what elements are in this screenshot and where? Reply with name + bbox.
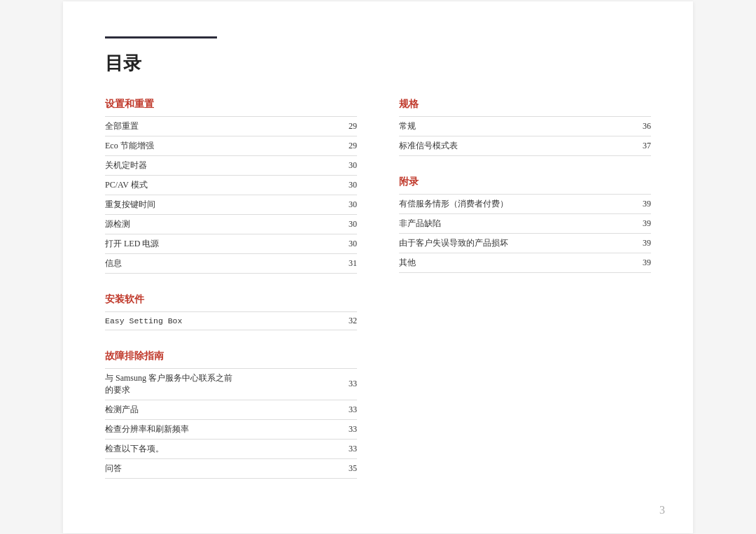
section-appendix-title: 附录 (399, 176, 651, 188)
toc-page-number: 30 (336, 234, 357, 253)
section-software-title: 安装软件 (105, 293, 357, 306)
toc-label: Eco 节能增强 (105, 136, 336, 155)
toc-page-number: 30 (336, 195, 357, 214)
table-row: 非产品缺陷39 (399, 213, 651, 233)
toc-page-number: 33 (336, 419, 357, 439)
toc-label: 由于客户失误导致的产品损坏 (399, 233, 630, 253)
toc-label: 源检测 (105, 214, 336, 234)
toc-label: 非产品缺陷 (399, 213, 630, 233)
toc-page-number: 33 (336, 368, 357, 400)
toc-page-number: 35 (336, 458, 357, 478)
section-software-table: Easy Setting Box32 (105, 311, 357, 330)
toc-page-number: 30 (336, 175, 357, 195)
toc-label: 问答 (105, 458, 336, 478)
toc-label: 全部重置 (105, 116, 336, 136)
section-settings-title: 设置和重置 (105, 98, 357, 111)
toc-page-number: 33 (336, 400, 357, 419)
section-specs: 规格常规36标准信号模式表37 (399, 98, 651, 156)
section-specs-title: 规格 (399, 98, 651, 111)
toc-label: 打开 LED 电源 (105, 234, 336, 253)
toc-page-number: 32 (336, 311, 357, 330)
toc-page-number: 39 (630, 253, 651, 272)
section-troubleshoot-title: 故障排除指南 (105, 350, 357, 363)
toc-label: 与 Samsung 客户服务中心联系之前的要求 (105, 368, 336, 400)
table-row: 源检测30 (105, 214, 357, 234)
toc-label: 重复按键时间 (105, 195, 336, 214)
table-row: 全部重置29 (105, 116, 357, 136)
left-column: 设置和重置全部重置29Eco 节能增强29关机定时器30PC/AV 模式30重复… (105, 98, 357, 498)
section-software: 安装软件Easy Setting Box32 (105, 293, 357, 330)
toc-page-number: 31 (336, 253, 357, 273)
right-column: 规格常规36标准信号模式表37附录有偿服务情形（消费者付费）39非产品缺陷39由… (399, 98, 651, 498)
toc-label: 关机定时器 (105, 155, 336, 175)
page-title: 目录 (105, 51, 651, 76)
table-row: 其他39 (399, 253, 651, 272)
table-row: 打开 LED 电源30 (105, 234, 357, 253)
toc-page-number: 30 (336, 155, 357, 175)
table-row: 与 Samsung 客户服务中心联系之前的要求33 (105, 368, 357, 400)
toc-label: PC/AV 模式 (105, 175, 336, 195)
table-row: 由于客户失误导致的产品损坏39 (399, 233, 651, 253)
toc-label: 信息 (105, 253, 336, 273)
toc-label: 检查以下各项。 (105, 439, 336, 458)
section-troubleshoot: 故障排除指南与 Samsung 客户服务中心联系之前的要求33检测产品33检查分… (105, 350, 357, 479)
toc-page-number: 33 (336, 439, 357, 458)
toc-label: Easy Setting Box (105, 311, 336, 330)
section-specs-table: 常规36标准信号模式表37 (399, 116, 651, 156)
section-appendix: 附录有偿服务情形（消费者付费）39非产品缺陷39由于客户失误导致的产品损坏39其… (399, 176, 651, 273)
toc-label: 检查分辨率和刷新频率 (105, 419, 336, 439)
toc-page-number: 39 (630, 194, 651, 213)
table-row: PC/AV 模式30 (105, 175, 357, 195)
table-row: 有偿服务情形（消费者付费）39 (399, 194, 651, 213)
top-rule (105, 36, 217, 38)
page-number: 3 (659, 504, 665, 517)
toc-label: 检测产品 (105, 400, 336, 419)
toc-page-number: 39 (630, 233, 651, 253)
content-columns: 设置和重置全部重置29Eco 节能增强29关机定时器30PC/AV 模式30重复… (105, 98, 651, 498)
section-troubleshoot-table: 与 Samsung 客户服务中心联系之前的要求33检测产品33检查分辨率和刷新频… (105, 368, 357, 479)
toc-page-number: 30 (336, 214, 357, 234)
table-row: Eco 节能增强29 (105, 136, 357, 155)
toc-page-number: 39 (630, 213, 651, 233)
toc-label: 标准信号模式表 (399, 136, 630, 155)
toc-page-number: 29 (336, 116, 357, 136)
toc-label: 常规 (399, 116, 630, 136)
document-page: 目录 设置和重置全部重置29Eco 节能增强29关机定时器30PC/AV 模式3… (63, 1, 693, 533)
section-settings-table: 全部重置29Eco 节能增强29关机定时器30PC/AV 模式30重复按键时间3… (105, 116, 357, 274)
toc-label: 其他 (399, 253, 630, 272)
table-row: Easy Setting Box32 (105, 311, 357, 330)
toc-page-number: 29 (336, 136, 357, 155)
toc-page-number: 37 (630, 136, 651, 155)
table-row: 检查以下各项。33 (105, 439, 357, 458)
table-row: 检查分辨率和刷新频率33 (105, 419, 357, 439)
table-row: 信息31 (105, 253, 357, 273)
table-row: 关机定时器30 (105, 155, 357, 175)
toc-page-number: 36 (630, 116, 651, 136)
table-row: 常规36 (399, 116, 651, 136)
toc-label: 有偿服务情形（消费者付费） (399, 194, 630, 213)
section-appendix-table: 有偿服务情形（消费者付费）39非产品缺陷39由于客户失误导致的产品损坏39其他3… (399, 194, 651, 273)
section-settings: 设置和重置全部重置29Eco 节能增强29关机定时器30PC/AV 模式30重复… (105, 98, 357, 274)
table-row: 重复按键时间30 (105, 195, 357, 214)
table-row: 检测产品33 (105, 400, 357, 419)
table-row: 问答35 (105, 458, 357, 478)
table-row: 标准信号模式表37 (399, 136, 651, 155)
